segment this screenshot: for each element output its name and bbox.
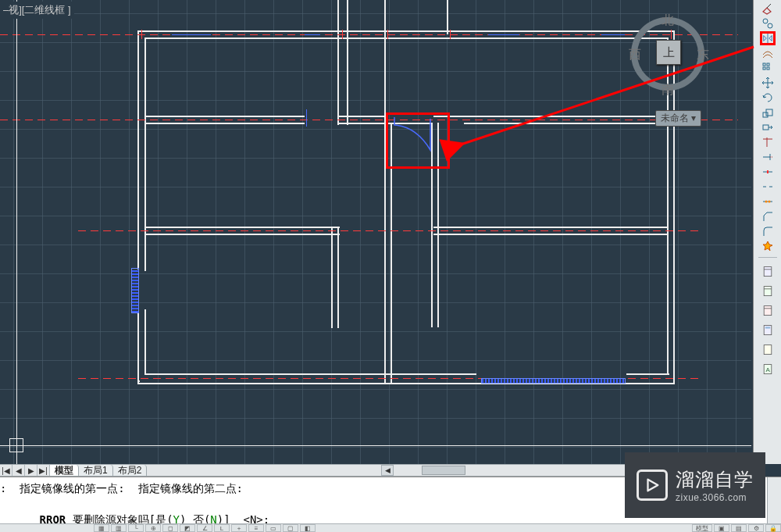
snap-toggle-icon[interactable]: ▦ [94,524,109,532]
fillet-tool-icon[interactable] [760,224,776,238]
svg-rect-3 [767,63,769,66]
right-toolbar: A [753,0,781,464]
wall [137,30,139,270]
axis-line [0,120,738,120]
wall [433,116,668,117]
polar-toggle-icon[interactable]: ⊕ [145,524,161,532]
rotate-tool-icon[interactable] [760,91,776,105]
tab-model[interactable]: 模型 [50,465,79,476]
svg-text:A: A [765,366,770,373]
tool-palette-icon[interactable] [760,302,776,320]
svg-rect-5 [767,67,769,70]
wall [137,312,139,384]
svg-point-11 [768,201,770,203]
wall [384,0,386,125]
design-center-icon[interactable] [760,341,776,359]
3dosnap-toggle-icon[interactable]: ◩ [180,524,195,532]
trim-tool-icon[interactable] [760,135,776,149]
scale-tool-icon[interactable] [760,105,776,120]
tick [342,30,343,39]
qp-toggle-icon[interactable]: ▢ [283,524,298,532]
svg-point-1 [768,23,772,28]
copy-tool-icon[interactable] [760,16,776,30]
break-at-point-icon[interactable] [760,165,776,179]
erase-tool-icon[interactable] [760,2,776,16]
wall [433,227,667,228]
svg-rect-14 [764,287,772,296]
offset-tool-icon[interactable] [760,46,776,60]
status-annoscale2-icon[interactable]: ▤ [731,524,747,532]
watermark-logo: 溜溜自学 zixue.3066.com [625,452,765,518]
tab-layout2[interactable]: 布局2 [113,465,148,476]
osnap-toggle-icon[interactable]: ◻ [162,524,178,532]
mirror-tool-icon[interactable] [760,31,776,45]
svg-point-0 [763,19,768,23]
wall [144,234,340,235]
grid-toggle-icon[interactable]: ▥ [111,524,127,532]
tab-nav-first[interactable]: |◀ [0,465,12,476]
chamfer-tool-icon[interactable] [760,209,776,223]
sc-toggle-icon[interactable]: ◧ [300,524,316,532]
hscroll-thumb[interactable] [422,466,465,475]
properties-palette-icon[interactable] [760,263,776,280]
tick [387,30,388,39]
svg-rect-16 [764,306,772,316]
watermark-main-text: 溜溜自学 [676,467,754,492]
drawing-canvas[interactable]: 北 南 东 西 上 未命名 ▾ [0,0,751,464]
wall [144,37,668,39]
dyn-toggle-icon[interactable]: ＋ [231,524,247,532]
grid-overlay [0,0,751,464]
blue-seg [306,109,307,127]
tick [141,30,142,39]
array-tool-icon[interactable] [760,61,776,75]
markup-set-manager-icon[interactable]: A [760,361,776,378]
svg-rect-6 [763,112,768,117]
explode-tool-icon[interactable] [760,239,776,253]
tpy-toggle-icon[interactable]: ▭ [266,524,281,532]
extend-tool-icon[interactable] [760,150,776,164]
command-scrollbar[interactable] [767,477,781,523]
crosshair-horizontal [0,445,751,446]
toolbar-separator [758,257,777,258]
status-model-button[interactable]: 模型 [692,524,712,532]
stretch-tool-icon[interactable] [760,120,776,134]
wall [337,0,339,125]
svg-rect-2 [763,63,765,66]
join-tool-icon[interactable] [760,195,776,209]
tab-nav-last[interactable]: ▶| [37,465,50,476]
otrack-toggle-icon[interactable]: ∠ [197,524,212,532]
tab-layout1[interactable]: 布局1 [79,465,113,476]
view-mode-label[interactable]: –视][二维线框 ] [0,2,74,19]
lwt-toggle-icon[interactable]: ≡ [248,524,264,532]
tick [450,30,451,39]
ducs-toggle-icon[interactable]: L [214,524,230,532]
wall [144,227,340,228]
quickcalc-palette-icon[interactable] [760,322,776,339]
wall [144,309,146,375]
sheet-set-palette-icon[interactable] [760,283,776,300]
wall [337,227,339,328]
tab-nav-prev[interactable]: ◀ [12,465,25,476]
mirror-result-highlight [386,112,450,169]
svg-point-10 [765,201,767,203]
move-tool-icon[interactable] [760,76,776,90]
svg-rect-4 [763,67,765,70]
crosshair-vertical [16,0,17,464]
wall [347,0,348,125]
wall [433,234,667,235]
tab-nav-next[interactable]: ▶ [25,465,37,476]
break-tool-icon[interactable] [760,180,776,194]
wall [331,227,333,328]
status-workspace-icon[interactable]: ⚙ [748,524,764,532]
wall [337,116,386,117]
status-lock-icon[interactable]: 🔒 [765,524,781,532]
blue-seg [601,34,625,35]
hscroll-left-button[interactable]: ◀ [381,465,394,476]
ortho-toggle-icon[interactable]: └ [128,524,144,532]
svg-rect-8 [763,125,769,130]
wall [431,234,433,327]
wall [437,234,439,327]
status-annoscale-icon[interactable]: ▣ [714,524,729,532]
wall [626,373,669,375]
wall [137,30,675,32]
